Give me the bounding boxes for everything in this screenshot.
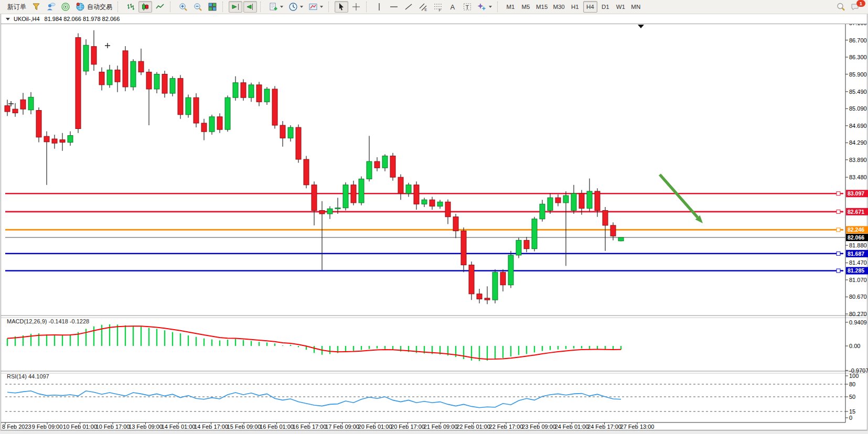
candle-bull [131,61,136,87]
candle-bull [508,255,513,285]
search-icon [836,2,845,12]
timeframe-button-m15[interactable]: M15 [534,1,550,13]
hline-handle[interactable] [837,228,840,232]
svg-text:23 Feb 09:00: 23 Feb 09:00 [522,424,556,430]
text-button[interactable]: A [446,1,459,13]
chart-shift-marker[interactable] [638,25,644,28]
candle-bull [335,208,340,209]
rsi-value: 44.1097 [28,373,49,379]
chart-title-bar[interactable]: UKOil-,H4 81.984 82.066 81.978 82.066 [1,14,867,24]
svg-text:10 Feb 01:00: 10 Feb 01:00 [63,424,97,430]
candle-bear [178,79,183,115]
candlestick-chart-button[interactable] [138,1,152,13]
candle-bear [20,100,26,109]
timeframe-button-d1[interactable]: D1 [598,1,613,13]
svg-text:24 Feb 17:00: 24 Feb 17:00 [587,424,621,430]
rsi-name: RSI(14) [7,373,27,379]
svg-text:82.066: 82.066 [848,234,864,241]
svg-text:85.900: 85.900 [849,71,867,78]
candle-bear [319,211,325,214]
hline-handle[interactable] [837,252,840,255]
timeframe-button-m30[interactable]: M30 [551,1,566,13]
candle-bear [162,74,167,94]
line-chart-button[interactable] [153,1,167,13]
hline-handle[interactable] [837,192,840,196]
svg-text:0: 0 [849,415,852,421]
arrows-button[interactable] [475,1,494,13]
vertical-line-button[interactable] [372,1,386,13]
candle-bull [571,193,576,211]
timeframe-button-mn[interactable]: MN [629,1,643,13]
svg-text:24 Feb 01:00: 24 Feb 01:00 [555,424,589,430]
horizontal-line-icon [389,2,399,12]
main-toolbar: 新订单 自动交易 [0,0,868,14]
toolbar-separator [117,2,121,12]
price-chart[interactable]: 0.94090.00-0.9707100805015087.10086.7008… [0,0,868,434]
zoom-in-button[interactable] [176,1,190,13]
candle-bear [115,70,120,82]
candle-bull [492,272,498,300]
crosshair-icon [351,2,361,12]
timeframe-button-h4[interactable]: H4 [583,1,597,13]
crosshair-button[interactable] [349,1,363,13]
candle-bear [485,298,490,300]
hline-handle[interactable] [837,269,840,273]
clock-icon [288,2,298,12]
candle-bear [524,240,529,248]
timeframe-button-h1[interactable]: H1 [568,1,582,13]
candle-bear [555,198,561,203]
candle-bear [76,38,81,129]
trend-arrow[interactable] [660,175,698,218]
text-label-button[interactable]: T [460,1,474,13]
timeframe-button-m5[interactable]: M5 [519,1,533,13]
svg-text:83.480: 83.480 [849,174,867,180]
fibonacci-button[interactable]: F [431,1,445,13]
chart-shift-button[interactable] [243,1,257,13]
templates-button[interactable] [306,1,325,13]
candle-bear [579,193,584,208]
svg-text:22 Feb 01:00: 22 Feb 01:00 [456,424,490,430]
periods-button[interactable] [286,1,305,13]
macd-pane: 0.94090.00-0.9707 [7,319,868,374]
equidistant-channel-button[interactable]: E [416,1,430,13]
trendline-button[interactable] [402,1,415,13]
hline-handle[interactable] [837,210,840,213]
timeframe-button-w1[interactable]: W1 [614,1,628,13]
candlestick-icon [141,2,150,12]
rsi-indicator-label: RSI(14) 44.1097 [7,373,49,379]
toolbar-separator [170,2,174,12]
plus-marker[interactable] [105,43,110,48]
svg-text:T: T [466,4,469,10]
svg-text:0.9409: 0.9409 [849,319,867,326]
toolbar-separator [222,2,226,12]
zoom-out-button[interactable] [191,1,205,13]
svg-text:82.246: 82.246 [848,226,864,233]
signals-button[interactable] [59,1,72,13]
candle-bear [390,156,395,178]
search-button[interactable] [834,1,848,13]
auto-scroll-button[interactable] [229,1,242,13]
bar-chart-button[interactable] [124,1,137,13]
candle-bear [414,185,419,204]
auto-trading-button[interactable]: 自动交易 [73,1,114,13]
price-axis[interactable]: 87.10086.70086.30085.90085.49085.09084.6… [845,20,868,317]
new-order-button[interactable]: 新订单 [3,1,28,13]
community-button[interactable] [44,1,58,13]
candle-bear [595,191,600,211]
candle-bear [374,161,380,168]
candle-bear [194,97,199,123]
notifications-button[interactable]: 1 [849,1,862,13]
candle-bull [327,209,333,214]
timeframe-button-m1[interactable]: M1 [503,1,518,13]
svg-text:22 Feb 17:00: 22 Feb 17:00 [489,424,523,430]
cursor-button[interactable] [335,1,348,13]
horizontal-line-button[interactable] [387,1,401,13]
svg-text:85.090: 85.090 [849,105,867,112]
svg-text:86.700: 86.700 [849,37,867,44]
dropdown-caret-icon [300,6,303,8]
time-axis[interactable]: 8 Feb 20239 Feb 09:0010 Feb 01:0010 Feb … [2,422,654,430]
toolbar-right-group: 1 [833,1,863,13]
profiles-button[interactable] [29,1,43,13]
tile-windows-button[interactable] [206,1,219,13]
indicators-button[interactable] [266,1,285,13]
